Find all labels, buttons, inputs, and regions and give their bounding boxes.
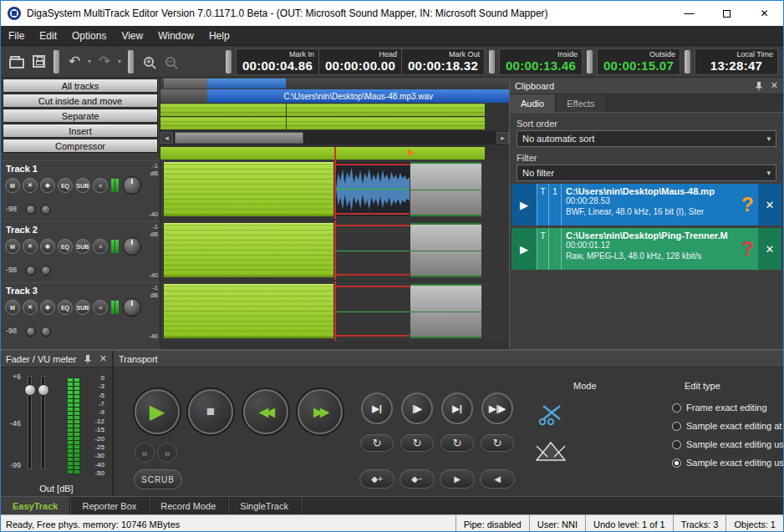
menu-file[interactable]: File [1, 26, 32, 45]
play-selection-button[interactable]: ▶|▶ [481, 393, 513, 424]
radio-frame-exact[interactable]: Frame exact editing [672, 403, 783, 413]
rewind-button[interactable]: ◀◀ [243, 389, 288, 434]
mute-button[interactable]: M [5, 300, 20, 315]
scrollbar-thumb[interactable] [175, 132, 303, 144]
mute-button[interactable]: M [5, 239, 20, 254]
pan-knob[interactable] [123, 176, 141, 195]
remove-marker-button[interactable]: ◆− [400, 469, 435, 489]
tab-audio[interactable]: Audio [510, 94, 556, 112]
fader-knob-right[interactable] [38, 384, 49, 396]
loop-button[interactable]: ↻ [440, 434, 474, 452]
pin-icon[interactable] [84, 354, 92, 364]
gain-knob[interactable] [26, 205, 36, 215]
playhead[interactable] [334, 220, 336, 280]
overview-waveform-row2[interactable] [160, 117, 509, 129]
undo-dropdown[interactable]: ▾ [85, 58, 94, 65]
crossfade-icon[interactable] [536, 438, 566, 465]
filter-select[interactable]: No filter ▾ [517, 165, 776, 181]
zoom-in-button[interactable]: + [138, 50, 160, 73]
zoom-out-button[interactable]: − [160, 50, 181, 73]
audio-object-selected[interactable] [410, 162, 482, 216]
eq-button[interactable]: EQ [58, 239, 73, 254]
sort-order-select[interactable]: No automatic sort ▾ [517, 130, 776, 147]
radio-sample-exact-1[interactable]: Sample exact editing at [672, 421, 783, 431]
object-file-path[interactable]: C:\Users\nin\Desktop\Maus-48.mp3.wav [207, 89, 509, 103]
tab-effects[interactable]: Effects [556, 94, 606, 112]
fast-forward-button[interactable]: ▶▶ [298, 389, 343, 434]
aux-knob[interactable] [41, 327, 51, 337]
audio-object-green[interactable] [164, 284, 333, 338]
gain-knob[interactable] [26, 266, 36, 276]
record-arm-button[interactable]: ◆ [40, 300, 55, 315]
audio-waveform[interactable] [336, 162, 410, 216]
aux-knob[interactable] [41, 266, 51, 276]
all-tracks-button[interactable]: All tracks [3, 79, 158, 93]
redo-dropdown[interactable]: ▾ [115, 58, 124, 65]
overview-segment[interactable] [164, 79, 207, 89]
sub-button[interactable]: SUB [75, 300, 90, 315]
scrub-button[interactable]: SCRUB [134, 469, 182, 489]
play-item-button[interactable]: ▶ [512, 184, 537, 225]
mute-button[interactable]: M [5, 178, 20, 193]
fader-knob-left[interactable] [24, 384, 36, 396]
stop-button[interactable]: ■ [188, 389, 233, 434]
close-panel-icon[interactable]: ✕ [99, 353, 107, 364]
play-button[interactable]: ▶ [135, 389, 180, 434]
menu-view[interactable]: View [114, 26, 150, 45]
aux-knob[interactable] [41, 205, 51, 215]
step-forward-button[interactable]: » [157, 443, 177, 463]
radio-sample-exact-3[interactable]: Sample exact editing us [672, 458, 783, 468]
pan-knob[interactable] [123, 237, 141, 256]
overview-waveform-row1[interactable] [160, 104, 509, 116]
pan-knob[interactable] [123, 298, 141, 317]
playhead[interactable] [334, 160, 336, 219]
undo-button[interactable]: ↶ [64, 50, 85, 73]
close-panel-icon[interactable]: ✕ [771, 80, 778, 91]
sub-button[interactable]: SUB [75, 239, 90, 254]
play-over-mark-button[interactable]: ▶| [441, 393, 473, 424]
pin-icon[interactable] [755, 81, 763, 91]
scroll-left-button[interactable]: ◂ [160, 132, 173, 144]
gain-knob[interactable] [26, 327, 36, 337]
tab-singletrack[interactable]: SingleTrack [228, 497, 301, 514]
add-marker-button[interactable]: ◆+ [359, 469, 395, 489]
step-back-button[interactable]: « [135, 443, 155, 463]
marker-icon[interactable] [408, 149, 415, 157]
nudge-left-button[interactable]: ◀ [480, 469, 515, 489]
rail-waveform[interactable] [160, 147, 485, 160]
compressor-button[interactable]: Compressor [3, 139, 158, 153]
track-menu-button[interactable]: ≡ [93, 178, 108, 193]
minimize-button[interactable]: — [670, 1, 708, 26]
loop-button[interactable]: ↻ [481, 434, 514, 452]
tab-reporter-box[interactable]: Reporter Box [70, 497, 149, 514]
scroll-right-button[interactable]: ▸ [496, 132, 509, 144]
audio-object-selected[interactable] [410, 223, 482, 277]
menu-help[interactable]: Help [201, 26, 237, 45]
menu-options[interactable]: Options [64, 26, 114, 45]
nudge-right-button[interactable]: ▶ [440, 469, 475, 489]
remove-item-button[interactable]: ✕ [758, 228, 781, 270]
record-arm-button[interactable]: ◆ [40, 178, 55, 193]
close-button[interactable]: ✕ [746, 1, 783, 26]
track-menu-button[interactable]: ≡ [93, 239, 108, 254]
tab-record-mode[interactable]: Record Mode [149, 497, 228, 514]
menu-edit[interactable]: Edit [32, 26, 64, 45]
save-button[interactable] [28, 50, 49, 73]
clipboard-item[interactable]: ▶ T C:\Users\nin\Desktop\Ping-Trenner.M … [512, 228, 781, 270]
loop-button[interactable]: ↻ [360, 434, 394, 452]
play-item-button[interactable]: ▶ [512, 228, 537, 270]
play-to-mark-button[interactable]: ▶| [361, 393, 393, 424]
audio-object-green[interactable] [164, 162, 333, 216]
solo-button[interactable]: ✕ [23, 239, 38, 254]
playhead[interactable] [334, 147, 336, 160]
tab-easytrack[interactable]: EasyTrack [1, 497, 70, 514]
remove-item-button[interactable]: ✕ [758, 184, 781, 225]
cut-inside-and-move-button[interactable]: Cut inside and move [3, 94, 158, 108]
track-menu-button[interactable]: ≡ [93, 300, 108, 315]
clipboard-item[interactable]: ▶ T 1 C:\Users\nin\Desktop\Maus-48.mp 00… [512, 184, 781, 225]
record-arm-button[interactable]: ◆ [40, 239, 55, 254]
separate-button[interactable]: Separate [3, 109, 158, 123]
insert-button[interactable]: Insert [3, 124, 158, 138]
open-button[interactable] [6, 50, 28, 73]
audio-object-green[interactable] [164, 223, 333, 277]
